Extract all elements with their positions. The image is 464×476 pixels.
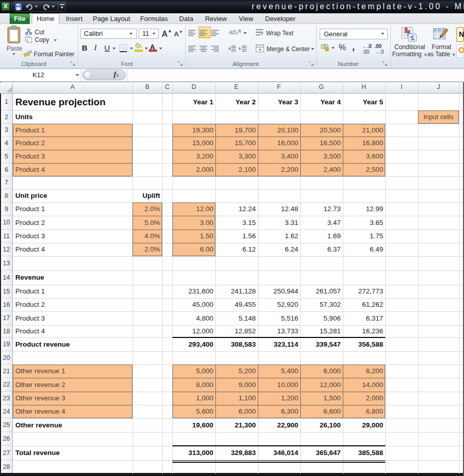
- svg-text:a: a: [259, 47, 261, 52]
- svg-text:$: $: [326, 48, 328, 51]
